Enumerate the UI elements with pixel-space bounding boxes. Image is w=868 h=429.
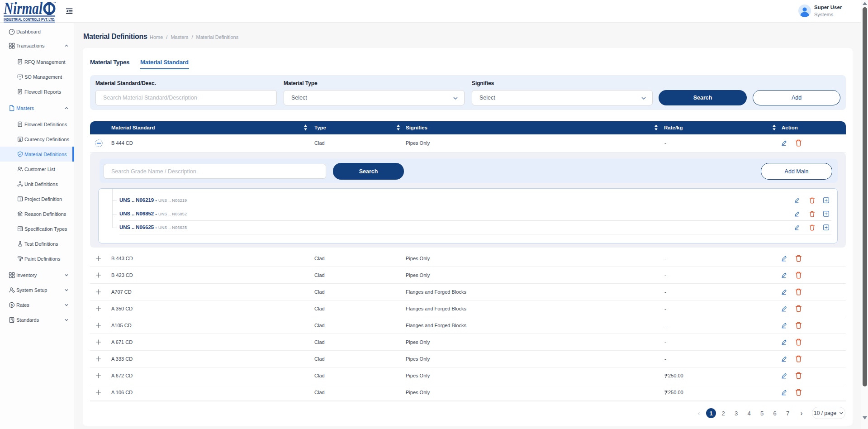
svg-text:$: $ bbox=[19, 138, 21, 142]
svg-text:Nirmal: Nirmal bbox=[3, 1, 43, 18]
svg-text:INDUSTRIAL CONTROLS PVT. LTD.: INDUSTRIAL CONTROLS PVT. LTD. bbox=[4, 17, 55, 22]
svg-text:$: $ bbox=[11, 303, 13, 307]
svg-text:™: ™ bbox=[53, 1, 56, 5]
